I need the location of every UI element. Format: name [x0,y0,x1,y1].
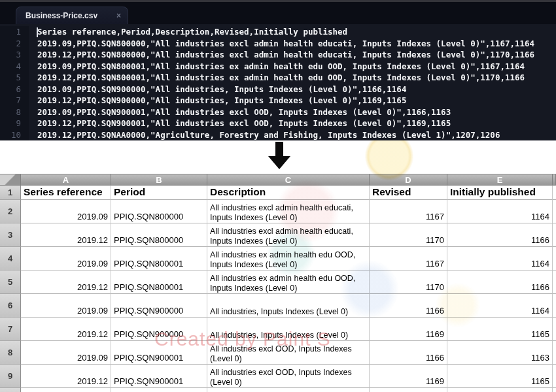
table-row-header: 1 Series reference Period Description Re… [0,186,556,200]
cell-revised[interactable]: 1170 [370,223,447,247]
cell-period-value[interactable]: 2019.09 [21,294,111,318]
cell-empty[interactable] [553,318,556,341]
cell-initially-published[interactable]: 1165 [447,365,553,388]
cell-description[interactable]: All industries excl admin health educati… [207,200,370,223]
cell-empty[interactable] [553,247,556,270]
row-number[interactable]: 6 [0,294,21,318]
cell-series-code[interactable]: PPIQ.SQN800000 [111,223,207,247]
column-header-e[interactable]: E [447,174,553,186]
cell-series-code[interactable]: PPIQ.SQN900000 [111,318,207,341]
cell-period-value[interactable]: 2019.12 [21,270,111,294]
cell-empty[interactable] [553,223,556,247]
row-number[interactable]: 5 [0,270,21,294]
cell-period-header[interactable]: Period [111,186,207,200]
cell-series-code[interactable]: PPIQ.SQNAA0000 [111,388,207,392]
row-number[interactable]: 1 [0,186,21,200]
row-number[interactable]: 10 [0,388,21,392]
cell-initially-published-header[interactable]: Initially published [447,186,553,200]
line-number: 2 [0,38,29,50]
down-arrow-icon [267,142,292,169]
code-line[interactable]: 5 2019.12,PPIQ.SQN800001,"All industries… [0,72,556,84]
row-number[interactable]: 8 [0,341,21,365]
cell-revised[interactable]: 1167 [370,200,447,223]
select-all-corner[interactable] [0,174,21,186]
line-text: 2019.12,PPIQ.SQN900001,"All industries e… [29,118,451,129]
cell-series-code[interactable]: PPIQ.SQN800001 [111,270,207,294]
cell-empty[interactable] [553,270,556,294]
cell-period-value[interactable]: 2019.09 [21,200,111,223]
cell-revised-header[interactable]: Revised [370,186,447,200]
cell-series-code[interactable]: PPIQ.SQN800000 [111,200,207,223]
cell-empty[interactable] [553,186,556,200]
cell-description[interactable]: All industries excl OOD, Inputs Indexes … [207,365,370,388]
cell-initially-published[interactable]: 1164 [447,247,553,270]
cell-description[interactable]: All industries excl admin health educati… [207,223,370,247]
code-line[interactable]: 4 2019.09,PPIQ.SQN800001,"All industries… [0,61,556,73]
editor-tab-business-price-csv[interactable]: Business-Price.csv × [16,7,128,24]
cell-revised[interactable]: 1207 [370,388,447,392]
cell-initially-published[interactable]: 1164 [447,200,553,223]
cell-description[interactable]: All industries excl OOD, Inputs Indexes … [207,341,370,365]
cell-description[interactable]: All industries, Inputs Indexes (Level 0) [207,294,370,318]
code-line[interactable]: 3 2019.12,PPIQ.SQN800000,"All industries… [0,49,556,61]
cell-period-value[interactable]: 2019.12 [21,318,111,341]
cell-initially-published[interactable]: 1206 [447,388,553,392]
cell-initially-published[interactable]: 1163 [447,341,553,365]
cell-revised[interactable]: 1167 [370,247,447,270]
cell-empty[interactable] [553,365,556,388]
cell-initially-published[interactable]: 1166 [447,223,553,247]
cell-description[interactable]: Agriculture, Forestry and Fishing, Input… [207,388,370,392]
code-line[interactable]: 2 2019.09,PPIQ.SQN800000,"All industries… [0,38,556,50]
cell-period-value[interactable]: 2019.12 [21,388,111,392]
row-number[interactable]: 9 [0,365,21,388]
code-line[interactable]: 1 Series reference,Period,Description,Re… [0,26,556,38]
cell-initially-published[interactable]: 1166 [447,270,553,294]
line-number: 8 [0,106,29,118]
cell-revised[interactable]: 1170 [370,270,447,294]
code-line[interactable]: 10 2019.12,PPIQ.SQNAA0000,"Agriculture, … [0,129,556,141]
cell-revised[interactable]: 1169 [370,365,447,388]
cell-period-value[interactable]: 2019.12 [21,223,111,247]
cell-period-value[interactable]: 2019.09 [21,247,111,270]
column-header-c[interactable]: C [207,174,370,186]
cell-series-reference-header[interactable]: Series reference [21,186,111,200]
table-row: 4 2019.09 PPIQ.SQN800001 All industries … [0,247,556,270]
row-number[interactable]: 3 [0,223,21,247]
cell-empty[interactable] [553,294,556,318]
code-area[interactable]: 1 Series reference,Period,Description,Re… [0,26,556,140]
cell-period-value[interactable]: 2019.09 [21,341,111,365]
cell-period-value[interactable]: 2019.12 [21,365,111,388]
column-header-b[interactable]: B [111,174,207,186]
code-line[interactable]: 7 2019.12,PPIQ.SQN900000,"All industries… [0,95,556,106]
row-number[interactable]: 2 [0,200,21,223]
cell-revised[interactable]: 1166 [370,294,447,318]
cell-initially-published[interactable]: 1165 [447,318,553,341]
column-header-a[interactable]: A [21,174,111,186]
column-header-d[interactable]: D [370,174,447,186]
line-text: 2019.09,PPIQ.SQN900001,"All industries e… [29,106,451,118]
code-line[interactable]: 8 2019.09,PPIQ.SQN900001,"All industries… [0,106,556,118]
row-number[interactable]: 4 [0,247,21,270]
cell-empty[interactable] [553,388,556,392]
cell-revised[interactable]: 1169 [370,318,447,341]
cell-initially-published[interactable]: 1164 [447,294,553,318]
cell-series-code[interactable]: PPIQ.SQN900001 [111,365,207,388]
cell-description[interactable]: All industries, Inputs Indexes (Level 0) [207,318,370,341]
code-line[interactable]: 9 2019.12,PPIQ.SQN900001,"All industries… [0,118,556,129]
cell-series-code[interactable]: PPIQ.SQN900000 [111,294,207,318]
line-number: 1 [0,26,29,38]
cell-revised[interactable]: 1166 [370,341,447,365]
cell-series-code[interactable]: PPIQ.SQN900001 [111,341,207,365]
close-icon[interactable]: × [116,11,121,20]
row-number[interactable]: 7 [0,318,21,341]
cell-series-code[interactable]: PPIQ.SQN800001 [111,247,207,270]
line-text: Series reference,Period,Description,Revi… [29,26,347,38]
cell-description[interactable]: All industries ex admin health edu OOD, … [207,270,370,294]
cell-description-header[interactable]: Description [207,186,370,200]
code-line[interactable]: 6 2019.09,PPIQ.SQN900000,"All industries… [0,84,556,95]
column-header-f-sliver[interactable] [553,174,556,186]
cell-empty[interactable] [553,341,556,365]
line-number: 3 [0,49,29,61]
cell-empty[interactable] [553,200,556,223]
cell-description[interactable]: All industries ex admin health edu OOD, … [207,247,370,270]
